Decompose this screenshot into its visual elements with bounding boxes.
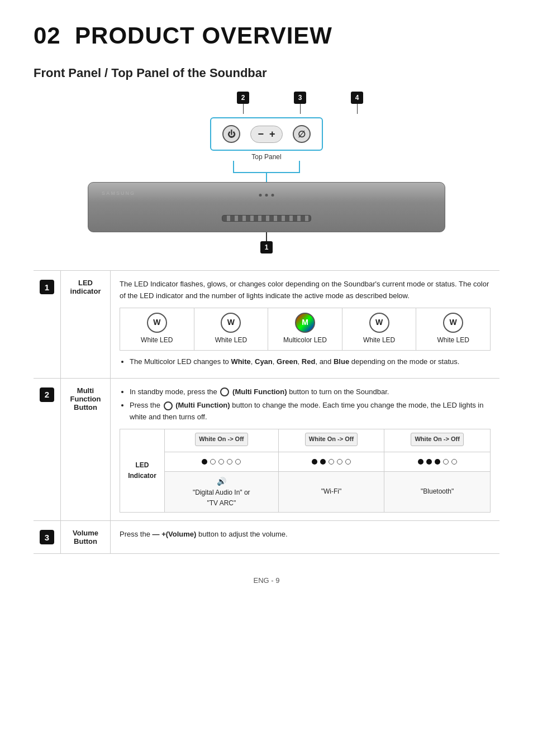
led-icon-w3: W [369,313,389,333]
soundbar-image: SAMSUNG [88,182,445,232]
mode-table-dots-row [120,452,491,471]
dots-col-2 [278,452,384,471]
row-content-volume: Press the — +(Volume) button to adjust t… [111,521,499,553]
row-content-led: The LED Indicator flashes, glows, or cha… [111,271,499,378]
content-table: 1 LED indicator The LED Indicator flashe… [34,270,499,554]
function-button[interactable]: ∅ [293,125,311,143]
power-button[interactable]: ⏻ [222,125,240,143]
mode-table-label-row: 🔊 "Digital Audio In" or"TV ARC" "Wi-Fi" … [120,471,491,513]
dot-row-3 [389,459,486,465]
led-cell-0: W White LED [120,308,194,350]
page-header: 02 PRODUCT OVERVIEW [34,22,499,49]
badge-1: 1 [260,241,273,253]
mode-label-3: "Bluetooth" [384,471,491,513]
diagram-section: 2 3 4 ⏻ − [34,92,499,253]
led-dots [259,194,274,197]
multi-bullet-0: In standby mode, press the (Multi Functi… [130,386,491,398]
led-icon-w4: W [443,313,463,333]
led-strip [222,215,311,222]
white-on-off-3: White On -> Off [411,433,463,446]
speaker-icon: 🔊 [217,477,226,486]
mode-label-2: "Wi-Fi" [278,471,384,513]
badge-3: 3 [294,92,306,114]
table-row-volume: 3 VolumeButton Press the — +(Volume) but… [34,521,499,554]
led-icons-row: W White LED W White LED M Multicolor LED… [120,308,491,351]
page-footer: ENG - 9 [34,576,499,585]
row-num-2: 2 [34,379,60,521]
led-cell-3: W White LED [342,308,417,350]
led-cell-2: M Multicolor LED [268,308,342,350]
row-label-multi: MultiFunctionButton [60,379,111,521]
led-note-item: The Multicolor LED changes to White, Cya… [130,356,491,368]
multi-func-icon-1 [220,387,229,396]
multi-bullets: In standby mode, press the (Multi Functi… [120,386,491,423]
led-cell-4: W White LED [416,308,490,350]
volume-desc: Press the — +(Volume) button to adjust t… [120,529,491,540]
diagram-wrapper: 2 3 4 ⏻ − [88,92,445,253]
row-label-led: LED indicator [60,271,111,378]
mode-table-header-row: LEDIndicator White On -> Off White On ->… [120,429,491,452]
dots-col-1 [165,452,279,471]
vol-minus[interactable]: − [258,128,264,140]
brand-label: SAMSUNG [102,190,135,196]
led-icon-w2: W [221,313,241,333]
led-icon-w1: W [147,313,167,333]
row-num-3: 3 [34,521,60,553]
multi-func-icon-2 [164,401,173,410]
vol-plus[interactable]: + [269,128,275,140]
white-on-off-1: White On -> Off [195,433,248,446]
row-content-multi: In standby mode, press the (Multi Functi… [111,379,499,521]
mode-label-1: 🔊 "Digital Audio In" or"TV ARC" [165,471,279,513]
mode-col-3-white: White On -> Off [384,429,491,452]
row-label-volume: VolumeButton [60,521,111,553]
dots-col-3 [384,452,491,471]
section-title: Front Panel / Top Panel of the Soundbar [34,66,499,80]
mode-col-2-white: White On -> Off [278,429,384,452]
white-on-off-2: White On -> Off [305,433,358,446]
dot-row-2 [283,459,380,465]
led-icon-m: M [295,313,315,333]
badge-2: 2 [237,92,249,114]
table-row-led: 1 LED indicator The LED Indicator flashe… [34,271,499,379]
mode-col-1-white: White On -> Off [165,429,279,452]
multi-bullet-1: Press the (Multi Function) button to cha… [130,400,491,423]
top-panel-box: ⏻ − + ∅ [210,117,322,151]
led-cell-1: W White LED [194,308,269,350]
row-num-1: 1 [34,271,60,378]
table-row-multi: 2 MultiFunctionButton In standby mode, p… [34,379,499,521]
page-title: 02 PRODUCT OVERVIEW [34,22,499,49]
led-note-list: The Multicolor LED changes to White, Cya… [120,356,491,368]
volume-controls: − + [250,126,282,143]
dot-row-1 [169,459,274,465]
top-panel-label: Top Panel [251,153,281,161]
badge-4: 4 [351,92,363,114]
mode-table: LEDIndicator White On -> Off White On ->… [120,429,491,513]
